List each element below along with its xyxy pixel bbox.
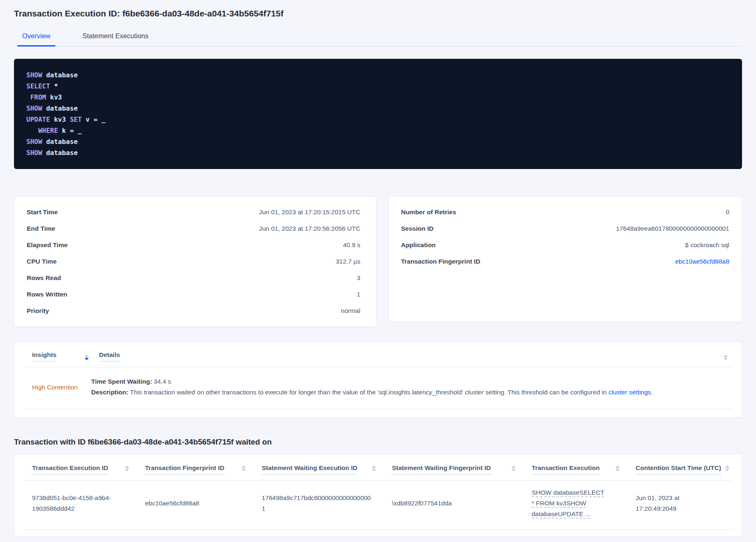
time-spent-waiting: Time Spent Waiting:34.4 s	[91, 378, 728, 386]
insights-header-right	[711, 351, 732, 361]
summary-row: Rows Written1	[27, 286, 360, 303]
sort-arrows-icon[interactable]	[242, 466, 246, 471]
column-header-label[interactable]: Statement Waiting Fingerprint ID	[392, 464, 491, 475]
summary-value: 0	[726, 208, 729, 216]
sort-down-icon	[615, 469, 620, 471]
sort-arrows-icon[interactable]	[512, 466, 516, 471]
sql-keyword: SELECT	[26, 82, 54, 90]
sql-text: database	[46, 149, 78, 157]
summary-label: Rows Written	[27, 291, 67, 298]
cell-transaction-execution-id: 9738d051-bc0e-4158-a9b4-1903586ddd42	[24, 493, 137, 514]
summary-label: Start Time	[27, 208, 58, 216]
table-row: 9738d051-bc0e-4158-a9b4-1903586ddd42 ebc…	[24, 481, 732, 530]
transaction-fingerprint-link[interactable]: ebc10ae56cfd88a8	[675, 258, 729, 265]
description-suffix: .	[651, 389, 652, 396]
summary-label: Priority	[27, 307, 49, 315]
sql-keyword: SHOW	[26, 104, 46, 112]
sort-arrows-icon[interactable]	[724, 354, 728, 360]
summary-value: Jun 01, 2023 at 17:20:56:2056 UTC	[259, 225, 360, 232]
summary-value: 312.7 µs	[336, 258, 360, 265]
sort-down-icon	[372, 469, 376, 471]
sql-keyword: SHOW	[26, 71, 46, 79]
sql-text: *	[54, 82, 58, 90]
sql-keyword: SHOW	[26, 149, 46, 157]
transaction-execution-link[interactable]: SHOW databaseSELECT * FROM kv3SHOW datab…	[532, 487, 605, 519]
summary-label: Transaction Fingerprint ID	[401, 258, 480, 265]
details-column-header: Details	[91, 351, 711, 361]
sort-down-icon	[85, 358, 89, 360]
summary-cards-row: Start TimeJun 01, 2023 at 17:20:15:2015 …	[14, 196, 742, 327]
summary-row: Transaction Fingerprint IDebc10ae56cfd88…	[401, 253, 729, 270]
sort-arrows-icon[interactable]	[615, 466, 620, 471]
summary-row: Prioritynormal	[27, 303, 360, 319]
tab-overview[interactable]: Overview	[17, 27, 55, 46]
time-spent-waiting-label: Time Spent Waiting:	[91, 378, 152, 385]
sql-code: SHOW databaseSELECT * FROM kv3SHOW datab…	[26, 69, 730, 158]
tab-bar: Overview Statement Executions	[14, 27, 742, 46]
summary-value: 40.9 s	[343, 241, 360, 249]
sql-text: v = _	[86, 116, 106, 123]
summary-right-rows: Number of Retries0Session ID17648a9eea60…	[401, 204, 729, 270]
sort-arrows-icon[interactable]	[725, 466, 729, 471]
column-header: Statement Waiting Fingerprint ID	[384, 464, 524, 475]
waited-on-heading: Transaction with ID f6be6366-da03-48de-a…	[14, 438, 742, 447]
sql-text: database	[46, 104, 78, 112]
page-title: Transaction Execution ID: f6be6366-da03-…	[14, 7, 742, 20]
insight-details: Time Spent Waiting:34.4 s Description:Th…	[91, 375, 732, 399]
summary-value: normal	[341, 307, 360, 315]
column-header: Transaction Execution ID	[24, 464, 137, 475]
sql-line: FROM kv3	[26, 92, 730, 103]
summary-label: Session ID	[401, 225, 433, 232]
summary-value: 17648a9eea6017800000000000000001	[616, 225, 729, 232]
summary-row: Session ID17648a9eea60178000000000000000…	[401, 220, 729, 237]
summary-value: 1	[357, 291, 360, 298]
cluster-settings-link[interactable]: cluster settings	[608, 389, 651, 396]
sort-arrows-icon[interactable]	[125, 466, 129, 471]
sql-keyword: WHERE	[26, 127, 62, 134]
column-header-label[interactable]: Transaction Fingerprint ID	[145, 464, 224, 475]
summary-label: End Time	[27, 225, 55, 232]
insights-table-card: Insights Details High Contention Time Sp…	[14, 342, 742, 418]
sort-up-icon	[242, 466, 246, 468]
column-header: Transaction Execution	[524, 464, 628, 475]
summary-label: CPU Time	[27, 258, 57, 265]
tab-statement-executions[interactable]: Statement Executions	[78, 27, 154, 46]
sql-line: SELECT *	[26, 81, 730, 92]
column-header-label[interactable]: Statement Waiting Execution ID	[262, 464, 357, 475]
transaction-details-page: Transaction Execution ID: f6be6366-da03-…	[0, 0, 756, 542]
insight-row: High Contention Time Spent Waiting:34.4 …	[24, 367, 732, 409]
cell-transaction-execution: SHOW databaseSELECT * FROM kv3SHOW datab…	[524, 487, 628, 519]
sql-text: kv3	[54, 116, 70, 123]
sql-keyword: SET	[70, 116, 86, 123]
summary-label: Elapsed Time	[27, 241, 68, 249]
insights-column-label[interactable]: Insights	[32, 351, 56, 361]
column-header-label[interactable]: Contention Start Time (UTC)	[636, 464, 721, 475]
summary-value: 3	[357, 274, 360, 282]
sort-up-icon	[125, 466, 129, 468]
column-header-label[interactable]: Transaction Execution ID	[32, 464, 108, 475]
sort-up-icon	[725, 466, 729, 468]
sort-up-icon	[85, 354, 89, 357]
sql-line: SHOW database	[26, 69, 730, 81]
summary-row: Elapsed Time40.9 s	[27, 237, 360, 253]
sql-line: SHOW database	[26, 147, 730, 158]
sql-text: kv3	[50, 93, 62, 101]
summary-value: Jun 01, 2023 at 17:20:15:2015 UTC	[259, 208, 360, 216]
sort-up-icon	[615, 466, 620, 468]
cell-statement-waiting-execution-id: 176498a9c717bdc80000000000000001	[254, 493, 384, 514]
details-column-label[interactable]: Details	[99, 351, 120, 361]
summary-label: Rows Read	[27, 274, 61, 282]
summary-row: End TimeJun 01, 2023 at 17:20:56:2056 UT…	[27, 220, 360, 237]
sql-keyword: SHOW	[26, 138, 46, 146]
sql-line: UPDATE kv3 SET v = _	[26, 114, 730, 125]
column-header-label[interactable]: Transaction Execution	[532, 464, 599, 475]
sort-arrows-icon[interactable]	[85, 354, 89, 360]
time-spent-waiting-value: 34.4 s	[154, 378, 171, 385]
sort-arrows-icon[interactable]	[372, 466, 376, 471]
column-header: Transaction Fingerprint ID	[137, 464, 254, 475]
summary-left-rows: Start TimeJun 01, 2023 at 17:20:15:2015 …	[27, 204, 360, 319]
sql-line: SHOW database	[26, 136, 730, 147]
description-label: Description:	[91, 389, 128, 396]
sql-keyword: FROM	[26, 93, 50, 101]
summary-row: Start TimeJun 01, 2023 at 17:20:15:2015 …	[27, 204, 360, 220]
